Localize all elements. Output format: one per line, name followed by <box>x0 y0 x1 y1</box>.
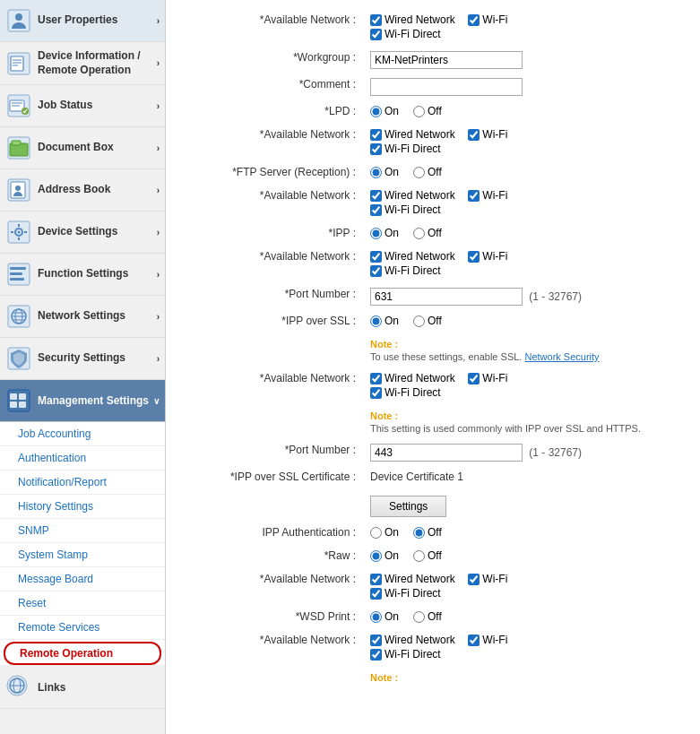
checkbox-wired-wsd[interactable] <box>370 635 382 646</box>
checkbox-label-wifi-ipp[interactable]: Wi-Fi <box>468 250 507 263</box>
management-sub-remote-operation[interactable]: Remote Operation <box>4 642 161 665</box>
sidebar-item-links[interactable]: Links <box>0 667 165 709</box>
sidebar-item-function-settings[interactable]: Function Settings › <box>0 254 165 296</box>
checkbox-label-wifi-wsd[interactable]: Wi-Fi <box>468 634 507 646</box>
radio-ftp-on[interactable] <box>370 167 382 178</box>
radio-ipp-auth-off[interactable] <box>413 527 425 539</box>
sidebar-item-user-properties[interactable]: User Properties › <box>0 0 165 42</box>
radio-label-ssl-on[interactable]: On <box>370 315 399 327</box>
checkbox-wifidirect-ssl[interactable] <box>370 387 382 399</box>
radio-lpd-on[interactable] <box>370 106 382 117</box>
sidebar-item-network-settings[interactable]: Network Settings › <box>0 296 165 338</box>
checkbox-label-wired-wsd[interactable]: Wired Network <box>370 634 455 646</box>
checkbox-wifi-ftp[interactable] <box>468 190 480 202</box>
checkbox-label-wired-ipp[interactable]: Wired Network <box>370 250 455 263</box>
checkbox-wifi-ssl[interactable] <box>468 373 480 384</box>
checkbox-wifi-ipp[interactable] <box>468 251 480 263</box>
radio-lpd-off[interactable] <box>413 106 425 117</box>
radio-label-lpd-off[interactable]: Off <box>413 105 442 117</box>
checkbox-wifidirect-ftp[interactable] <box>370 204 382 216</box>
checkbox-wifi-1[interactable] <box>468 14 480 26</box>
checkbox-wired-1[interactable] <box>370 14 382 26</box>
checkbox-label-wifi-ssl[interactable]: Wi-Fi <box>468 372 507 384</box>
checkbox-label-wifidirect-ipp[interactable]: Wi-Fi Direct <box>370 264 441 277</box>
network-security-link[interactable]: Network Security <box>524 351 599 362</box>
management-sub-notification[interactable]: Notification/Report <box>0 471 165 495</box>
sidebar-item-management-settings[interactable]: Management Settings ∨ <box>0 380 165 422</box>
port-ipp-input[interactable] <box>370 288 523 306</box>
radio-label-ipp-auth-on[interactable]: On <box>370 526 399 539</box>
workgroup-input[interactable] <box>370 51 523 69</box>
label-ftp-server: *FTP Server (Reception) : <box>184 161 363 185</box>
radio-raw-on[interactable] <box>370 550 382 562</box>
checkbox-label-wifi-raw[interactable]: Wi-Fi <box>468 573 507 585</box>
management-sub-snmp[interactable]: SNMP <box>0 519 165 543</box>
checkbox-wifi-raw[interactable] <box>468 574 480 585</box>
port-ssl-input[interactable] <box>370 444 523 462</box>
radio-ssl-off[interactable] <box>413 315 425 327</box>
checkbox-label-wifi-lpd[interactable]: Wi-Fi <box>468 128 507 141</box>
checkbox-label-wired-1[interactable]: Wired Network <box>370 13 455 26</box>
management-sub-reset[interactable]: Reset <box>0 592 165 616</box>
checkbox-label-wifidirect-ftp[interactable]: Wi-Fi Direct <box>370 203 441 216</box>
checkbox-wifidirect-ipp[interactable] <box>370 265 382 277</box>
sidebar-item-job-status[interactable]: Job Status › <box>0 85 165 127</box>
sidebar-item-security-settings[interactable]: Security Settings › <box>0 338 165 380</box>
checkbox-label-wired-ssl[interactable]: Wired Network <box>370 372 455 384</box>
radio-wsd-off[interactable] <box>413 611 425 623</box>
checkbox-label-wired-lpd[interactable]: Wired Network <box>370 128 455 141</box>
checkbox-label-wired-ftp[interactable]: Wired Network <box>370 189 455 202</box>
management-sub-system-stamp[interactable]: System Stamp <box>0 543 165 567</box>
checkbox-wifi-wsd[interactable] <box>468 635 480 646</box>
checkbox-label-wired-raw[interactable]: Wired Network <box>370 573 455 585</box>
checkbox-wifi-lpd[interactable] <box>468 129 480 141</box>
table-row: *Available Network : Wired Network Wi-Fi… <box>184 9 682 47</box>
radio-label-raw-off[interactable]: Off <box>413 549 442 562</box>
checkbox-wired-lpd[interactable] <box>370 129 382 141</box>
radio-label-ssl-off[interactable]: Off <box>413 315 442 327</box>
radio-wsd-on[interactable] <box>370 611 382 623</box>
management-sub-history[interactable]: History Settings <box>0 495 165 519</box>
sidebar-item-document-box[interactable]: Document Box › <box>0 127 165 169</box>
radio-label-ipp-auth-off[interactable]: Off <box>413 526 442 539</box>
radio-ssl-on[interactable] <box>370 315 382 327</box>
checkbox-label-wifi-ftp[interactable]: Wi-Fi <box>468 189 507 202</box>
radio-label-raw-on[interactable]: On <box>370 549 399 562</box>
management-sub-job-accounting[interactable]: Job Accounting <box>0 422 165 446</box>
management-sub-remote-services[interactable]: Remote Services <box>0 616 165 640</box>
checkbox-wifidirect-lpd[interactable] <box>370 143 382 155</box>
radio-raw-off[interactable] <box>413 550 425 562</box>
checkbox-wifidirect-wsd[interactable] <box>370 649 382 661</box>
management-sub-authentication[interactable]: Authentication <box>0 446 165 471</box>
sidebar-item-address-book[interactable]: Address Book › <box>0 169 165 212</box>
label-available-network-ipp: *Available Network : <box>184 246 363 283</box>
sidebar-item-device-settings[interactable]: Device Settings › <box>0 212 165 254</box>
checkbox-label-wifidirect-raw[interactable]: Wi-Fi Direct <box>370 587 441 600</box>
checkbox-wired-raw[interactable] <box>370 574 382 585</box>
checkbox-label-wifidirect-wsd[interactable]: Wi-Fi Direct <box>370 648 441 661</box>
checkbox-wifidirect-raw[interactable] <box>370 588 382 600</box>
radio-ipp-auth-on[interactable] <box>370 527 382 539</box>
comment-input[interactable] <box>370 78 523 96</box>
radio-label-wsd-on[interactable]: On <box>370 610 399 623</box>
checkbox-label-wifidirect-1[interactable]: Wi-Fi Direct <box>370 28 441 40</box>
radio-ipp-on[interactable] <box>370 228 382 239</box>
checkbox-wifidirect-1[interactable] <box>370 29 382 40</box>
radio-label-ipp-off[interactable]: Off <box>413 227 442 239</box>
radio-label-ftp-off[interactable]: Off <box>413 166 442 178</box>
radio-label-ftp-on[interactable]: On <box>370 166 399 178</box>
radio-ipp-off[interactable] <box>413 228 425 239</box>
radio-ftp-off[interactable] <box>413 167 425 178</box>
checkbox-wired-ftp[interactable] <box>370 190 382 202</box>
sidebar-item-device-info[interactable]: Device Information / Remote Operation › <box>0 42 165 85</box>
checkbox-wired-ssl[interactable] <box>370 373 382 384</box>
checkbox-label-wifi-1[interactable]: Wi-Fi <box>468 13 507 26</box>
settings-button[interactable]: Settings <box>370 496 446 517</box>
radio-label-ipp-on[interactable]: On <box>370 227 399 239</box>
radio-label-wsd-off[interactable]: Off <box>413 610 442 623</box>
management-sub-message-board[interactable]: Message Board <box>0 567 165 592</box>
radio-label-lpd-on[interactable]: On <box>370 105 399 117</box>
checkbox-wired-ipp[interactable] <box>370 251 382 263</box>
checkbox-label-wifidirect-ssl[interactable]: Wi-Fi Direct <box>370 386 441 399</box>
checkbox-label-wifidirect-lpd[interactable]: Wi-Fi Direct <box>370 142 441 155</box>
